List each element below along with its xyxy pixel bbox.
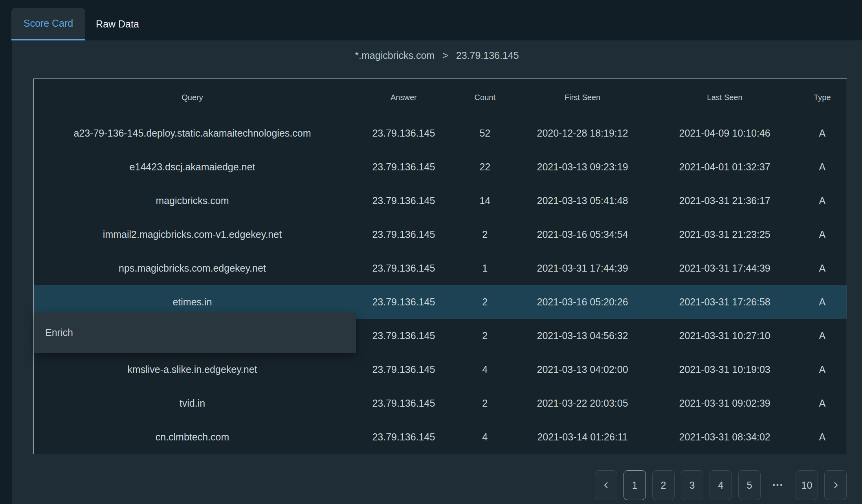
cell-first_seen: 2021-03-13 04:56:32 [514, 330, 652, 341]
pagination-page-4[interactable]: 4 [710, 470, 732, 500]
cell-count: 4 [457, 431, 514, 443]
context-menu: Enrich [34, 312, 356, 353]
cell-type: A [798, 161, 847, 173]
cell-count: 2 [457, 398, 514, 409]
cell-answer: 23.79.136.145 [351, 161, 457, 173]
breadcrumb: *.magicbricks.com>23.79.136.145 [12, 50, 862, 61]
cell-last_seen: 2021-03-31 17:26:58 [651, 296, 798, 308]
app-root: { "tabs": [ { "label": "Score Card", "ac… [0, 0, 862, 504]
cell-count: 2 [457, 330, 514, 341]
cell-query: immail2.magicbricks.com-v1.edgekey.net [34, 229, 351, 240]
cell-last_seen: 2021-03-31 10:19:03 [651, 364, 798, 375]
results-table: QueryAnswerCountFirst SeenLast SeenType … [33, 79, 847, 454]
tab-raw-data[interactable]: Raw Data [85, 8, 150, 40]
cell-count: 1 [457, 263, 514, 274]
cell-count: 22 [457, 161, 514, 173]
chevron-right-icon [831, 480, 840, 490]
column-header-count: Count [457, 93, 514, 102]
cell-last_seen: 2021-04-09 10:10:46 [651, 128, 798, 139]
cell-last_seen: 2021-03-31 21:23:25 [651, 229, 798, 240]
cell-query: a23-79-136-145.deploy.static.akamaitechn… [34, 128, 351, 139]
cell-last_seen: 2021-04-01 01:32:37 [651, 161, 798, 173]
cell-first_seen: 2021-03-16 05:34:54 [514, 229, 652, 240]
cell-first_seen: 2021-03-13 04:02:00 [514, 364, 652, 375]
cell-type: A [798, 195, 847, 206]
table-row[interactable]: kmslive-a.slike.in.edgekey.net23.79.136.… [34, 352, 847, 386]
cell-answer: 23.79.136.145 [351, 330, 457, 341]
pagination: 12345•••10 [595, 470, 847, 500]
content-panel: *.magicbricks.com>23.79.136.145 QueryAns… [12, 40, 862, 504]
cell-count: 2 [457, 229, 514, 240]
cell-count: 14 [457, 195, 514, 206]
cell-query: nps.magicbricks.com.edgekey.net [34, 263, 351, 274]
table-header: QueryAnswerCountFirst SeenLast SeenType [34, 79, 847, 116]
pagination-ellipsis[interactable]: ••• [767, 470, 789, 500]
cell-last_seen: 2021-03-31 17:44:39 [651, 263, 798, 274]
pagination-page-10[interactable]: 10 [796, 470, 818, 500]
table-row[interactable]: a23-79-136-145.deploy.static.akamaitechn… [34, 116, 847, 150]
pagination-page-3[interactable]: 3 [681, 470, 703, 500]
cell-last_seen: 2021-03-31 09:02:39 [651, 398, 798, 409]
cell-type: A [798, 263, 847, 274]
cell-answer: 23.79.136.145 [351, 398, 457, 409]
cell-first_seen: 2021-03-22 20:03:05 [514, 398, 652, 409]
pagination-next-button[interactable] [824, 470, 847, 500]
cell-type: A [798, 364, 847, 375]
cell-query: etimes.in [34, 296, 351, 308]
cell-type: A [798, 296, 847, 308]
cell-type: A [798, 330, 847, 341]
tab-score-card[interactable]: Score Card [11, 8, 85, 40]
cell-answer: 23.79.136.145 [351, 263, 457, 274]
table-row[interactable]: magicbricks.com23.79.136.145142021-03-13… [34, 184, 847, 217]
cell-query: cn.clmbtech.com [34, 431, 351, 443]
column-header-last_seen: Last Seen [651, 93, 798, 102]
breadcrumb-separator: > [442, 50, 448, 61]
cell-query: e14423.dscj.akamaiedge.net [34, 161, 351, 173]
column-header-query: Query [34, 93, 351, 102]
chevron-left-icon [602, 480, 611, 490]
table-row[interactable]: nps.magicbricks.com.edgekey.net23.79.136… [34, 251, 847, 285]
table-body: a23-79-136-145.deploy.static.akamaitechn… [34, 116, 847, 454]
cell-answer: 23.79.136.145 [351, 431, 457, 443]
cell-query: kmslive-a.slike.in.edgekey.net [34, 364, 351, 375]
cell-first_seen: 2021-03-16 05:20:26 [514, 296, 652, 308]
cell-type: A [798, 398, 847, 409]
pagination-page-5[interactable]: 5 [738, 470, 761, 500]
table-row[interactable]: cn.clmbtech.com23.79.136.14542021-03-14 … [34, 420, 847, 454]
cell-last_seen: 2021-03-31 10:27:10 [651, 330, 798, 341]
pagination-page-1[interactable]: 1 [624, 470, 646, 500]
cell-first_seen: 2021-03-31 17:44:39 [514, 263, 652, 274]
table-row[interactable]: tvid.in23.79.136.14522021-03-22 20:03:05… [34, 386, 847, 420]
cell-first_seen: 2021-03-13 05:41:48 [514, 195, 652, 206]
table-row[interactable]: immail2.magicbricks.com-v1.edgekey.net23… [34, 217, 847, 251]
cell-first_seen: 2020-12-28 18:19:12 [514, 128, 652, 139]
cell-last_seen: 2021-03-31 08:34:02 [651, 431, 798, 443]
cell-type: A [798, 128, 847, 139]
context-menu-item-enrich[interactable]: Enrich [34, 312, 356, 353]
cell-first_seen: 2021-03-13 09:23:19 [514, 161, 652, 173]
cell-query: magicbricks.com [34, 195, 351, 206]
cell-query: tvid.in [34, 398, 351, 409]
cell-count: 2 [457, 296, 514, 308]
cell-answer: 23.79.136.145 [351, 229, 457, 240]
cell-last_seen: 2021-03-31 21:36:17 [651, 195, 798, 206]
breadcrumb-source: *.magicbricks.com [355, 50, 435, 61]
column-header-answer: Answer [351, 93, 457, 102]
cell-count: 52 [457, 128, 514, 139]
column-header-first_seen: First Seen [514, 93, 652, 102]
cell-answer: 23.79.136.145 [351, 128, 457, 139]
cell-answer: 23.79.136.145 [351, 364, 457, 375]
breadcrumb-target: 23.79.136.145 [456, 50, 519, 61]
cell-answer: 23.79.136.145 [351, 296, 457, 308]
pagination-page-2[interactable]: 2 [652, 470, 675, 500]
cell-answer: 23.79.136.145 [351, 195, 457, 206]
cell-type: A [798, 431, 847, 443]
cell-type: A [798, 229, 847, 240]
pagination-prev-button[interactable] [595, 470, 617, 500]
column-header-type: Type [798, 93, 847, 102]
cell-first_seen: 2021-03-14 01:26:11 [514, 431, 652, 443]
cell-count: 4 [457, 364, 514, 375]
table-row[interactable]: e14423.dscj.akamaiedge.net23.79.136.1452… [34, 150, 847, 184]
